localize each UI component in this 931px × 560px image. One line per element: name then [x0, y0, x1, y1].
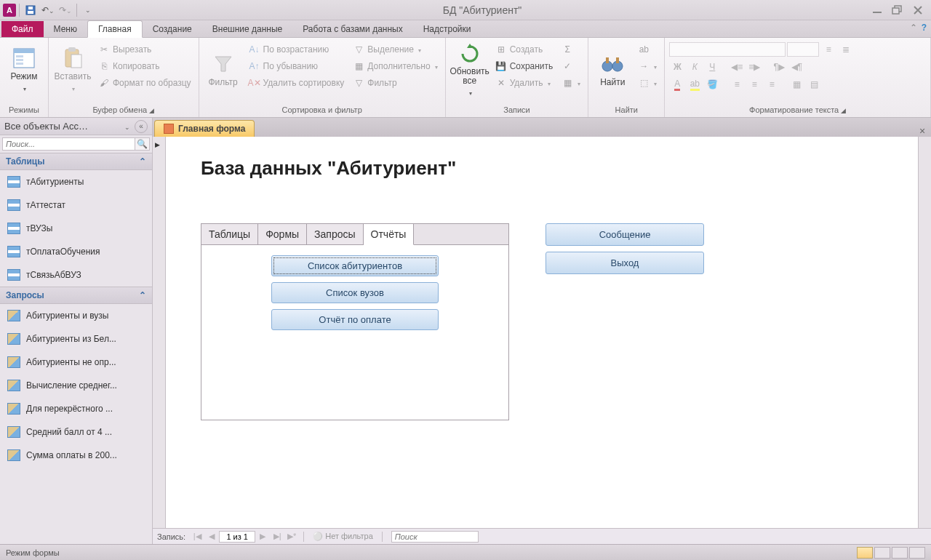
search-icon[interactable]: 🔍 — [135, 137, 150, 151]
align-left-icon[interactable]: ≡ — [729, 77, 745, 92]
tab-addins[interactable]: Надстройки — [413, 21, 482, 37]
nav-query-item[interactable]: Абитуриенты из Бел... — [0, 327, 152, 351]
goto-icon: → — [638, 60, 650, 72]
tc-tab-forms[interactable]: Формы — [258, 224, 307, 245]
nav-query-item[interactable]: Сумма оплаты в 200... — [0, 444, 152, 467]
refresh-icon — [458, 42, 482, 65]
save-record-button[interactable]: 💾Сохранить — [492, 59, 556, 73]
indent-inc-icon[interactable]: ≡▶ — [746, 60, 762, 74]
align-center-icon[interactable]: ≡ — [746, 77, 762, 92]
ltr-icon[interactable]: ¶▶ — [771, 60, 787, 74]
report-payment-button[interactable]: Отчёт по оплате — [271, 309, 439, 330]
help-icon[interactable]: ? — [922, 23, 927, 33]
tab-file[interactable]: Файл — [1, 21, 44, 37]
nav-group-queries[interactable]: Запросы⌃ — [0, 287, 152, 304]
group-modes-label: Режимы — [4, 104, 44, 116]
nav-query-item[interactable]: Вычисление среднег... — [0, 374, 152, 397]
doc-close-icon[interactable]: × — [916, 125, 931, 137]
record-position-input[interactable] — [219, 531, 255, 543]
nav-query-item[interactable]: Средний балл от 4 ... — [0, 420, 152, 444]
indent-dec-icon[interactable]: ◀≡ — [729, 60, 745, 74]
delete-record-button: ✕Удалить — [492, 76, 556, 90]
tab-dbtools[interactable]: Работа с базами данных — [292, 21, 412, 37]
bullets-icon[interactable]: ≡ — [820, 42, 836, 57]
italic-icon[interactable]: К — [687, 60, 703, 74]
report-universities-button[interactable]: Список вузов — [271, 282, 439, 303]
restore-icon[interactable] — [889, 3, 906, 17]
nav-query-item[interactable]: Абитуриенты и вузы — [0, 304, 152, 327]
tc-tab-tables[interactable]: Таблицы — [201, 224, 258, 245]
nav-collapse-icon[interactable]: « — [135, 120, 148, 133]
clear-sort-button: A✕Удалить сортировку — [246, 76, 348, 90]
selection-icon: ▽ — [353, 44, 364, 55]
align-right-icon[interactable]: ≡ — [764, 77, 780, 92]
nav-query-item[interactable]: Для перекрёстного ... — [0, 397, 152, 420]
tc-tab-queries[interactable]: Запросы — [307, 224, 363, 245]
record-navigator: Запись: |◀ ◀ ▶ ▶| ▶* ⚪ Нет фильтра — [153, 528, 931, 544]
nav-table-item[interactable]: тАттестат — [0, 193, 152, 217]
font-color-icon[interactable]: A — [669, 77, 685, 92]
ribbon-minimize-icon[interactable]: ⌃ — [910, 23, 917, 33]
redo-icon[interactable]: ↷ — [57, 2, 73, 18]
refresh-all-button[interactable]: Обновить все — [450, 42, 490, 97]
nav-table-item[interactable]: тАбитуриенты — [0, 170, 152, 193]
document-tabs: Главная форма × — [153, 118, 931, 137]
nav-query-item[interactable]: Абитуриенты не опр... — [0, 351, 152, 374]
more-button: ▦ — [559, 76, 583, 90]
tab-home[interactable]: Главная — [87, 20, 143, 38]
nav-dropdown-icon[interactable] — [124, 121, 130, 132]
qat-customize-icon[interactable] — [80, 2, 96, 18]
nav-search-input[interactable] — [2, 137, 135, 151]
nav-table-item[interactable]: тВУЗы — [0, 217, 152, 240]
tab-create[interactable]: Создание — [143, 21, 202, 37]
highlight-icon[interactable]: ab — [687, 77, 703, 92]
nav-table-item[interactable]: тСвязьАбВУЗ — [0, 263, 152, 287]
record-search-input[interactable] — [391, 531, 479, 543]
save-icon: 💾 — [495, 60, 507, 72]
sort-asc-icon: A↓ — [249, 44, 260, 55]
view-form-icon[interactable] — [857, 547, 873, 559]
group-find-label: Найти — [593, 104, 660, 116]
view-mode-button[interactable]: Режим — [4, 42, 44, 97]
find-button[interactable]: Найти — [593, 42, 632, 97]
tab-external[interactable]: Внешние данные — [202, 21, 293, 37]
bold-icon[interactable]: Ж — [669, 60, 685, 74]
alt-row-icon[interactable]: ▤ — [806, 77, 822, 92]
svg-rect-13 — [71, 55, 81, 68]
font-size-select[interactable] — [787, 42, 819, 57]
underline-icon[interactable]: Ч — [704, 60, 720, 74]
replace-button: ab — [635, 42, 660, 57]
nav-table-item[interactable]: тОплатаОбучения — [0, 240, 152, 263]
tc-tab-reports[interactable]: Отчёты — [364, 224, 415, 245]
nav-group-tables[interactable]: Таблицы⌃ — [0, 153, 152, 170]
more-icon: ▦ — [562, 77, 573, 89]
nav-prev-icon[interactable]: ◀ — [204, 532, 219, 541]
save-icon[interactable] — [23, 2, 39, 18]
nav-new-icon[interactable]: ▶* — [284, 532, 299, 541]
view-datasheet-icon[interactable] — [874, 547, 890, 559]
tab-menu[interactable]: Меню — [44, 21, 87, 37]
view-design-icon[interactable] — [909, 547, 925, 559]
undo-icon[interactable]: ↶ — [40, 2, 56, 18]
view-layout-icon[interactable] — [892, 547, 908, 559]
nav-title[interactable]: Все объекты Acc… — [4, 121, 124, 132]
message-button[interactable]: Сообщение — [546, 223, 704, 246]
record-selector[interactable] — [153, 137, 166, 528]
report-applicants-button[interactable]: Список абитуриентов — [271, 255, 439, 276]
minimize-icon[interactable] — [868, 3, 886, 17]
gridlines-icon[interactable]: ▦ — [788, 77, 804, 92]
fill-color-icon[interactable]: 🪣 — [704, 77, 720, 92]
vertical-scrollbar[interactable] — [918, 137, 931, 528]
exit-button[interactable]: Выход — [546, 252, 704, 274]
app-icon[interactable]: A — [3, 4, 16, 17]
svg-rect-10 — [16, 63, 23, 65]
table-icon — [7, 269, 20, 281]
doc-tab-main-form[interactable]: Главная форма — [154, 120, 255, 137]
nav-next-icon[interactable]: ▶ — [255, 532, 270, 541]
rtl-icon[interactable]: ◀¶ — [788, 60, 804, 74]
nav-first-icon[interactable]: |◀ — [190, 532, 204, 541]
nav-last-icon[interactable]: ▶| — [270, 532, 284, 541]
close-icon[interactable] — [909, 3, 927, 17]
font-family-select[interactable] — [669, 42, 786, 57]
numbering-icon[interactable]: ≣ — [838, 42, 854, 57]
